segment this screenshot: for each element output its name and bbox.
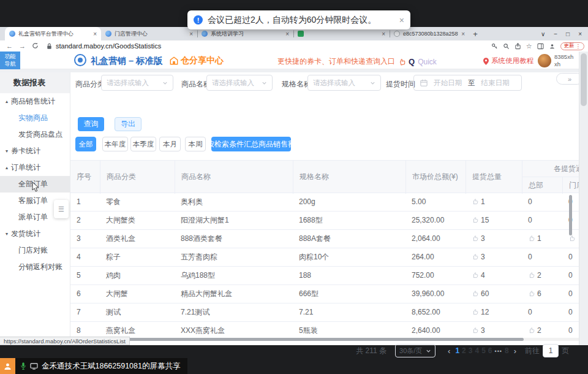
table-vertical-scrollbar[interactable] bbox=[569, 195, 572, 235]
date-to-label: 至 bbox=[468, 78, 475, 88]
toast-close-icon[interactable]: × bbox=[399, 15, 404, 25]
period-tab[interactable]: 本季度 bbox=[130, 137, 156, 151]
omnibox[interactable]: standard.maboy.cn/GoodsStatistics bbox=[46, 42, 161, 50]
table-cell[interactable]: 3 bbox=[466, 230, 522, 248]
spec-select[interactable]: 请选择或输入 bbox=[307, 75, 381, 91]
tab-close-icon[interactable]: × bbox=[93, 31, 97, 37]
share-center-link[interactable]: 仓分享中心 bbox=[170, 55, 224, 66]
sidebar-item-label: 发货商品盘点 bbox=[18, 129, 62, 140]
table-cell[interactable]: 6 bbox=[522, 285, 562, 303]
table-cell[interactable]: 1 bbox=[466, 193, 522, 212]
kebab-menu-icon[interactable]: ⋮ bbox=[576, 43, 581, 49]
zoom-icon[interactable] bbox=[503, 43, 510, 50]
tab-close-icon[interactable]: × bbox=[189, 31, 193, 37]
col-header-spec: 规格名称 bbox=[293, 161, 405, 194]
tab-title: 系统培训学习 bbox=[211, 30, 282, 38]
table-cell: 大闸蟹类 bbox=[100, 212, 175, 230]
period-tab[interactable]: 本年度 bbox=[102, 137, 128, 151]
share-icon[interactable] bbox=[514, 43, 521, 50]
page-scrollbar[interactable] bbox=[579, 52, 588, 345]
key-icon[interactable] bbox=[491, 43, 498, 50]
page-number[interactable]: 8 bbox=[505, 346, 509, 355]
sidebar: 数据报表 ▴商品销售统计实物商品发货商品盘点▾券卡统计▴订单统计全部订单客服订单… bbox=[0, 72, 70, 345]
page-number[interactable]: 5 bbox=[481, 346, 486, 355]
period-tab[interactable]: 本月 bbox=[159, 137, 181, 151]
sidebar-item-entry[interactable]: 分销返利对账 bbox=[0, 259, 70, 275]
category-select[interactable]: 请选择或输入 bbox=[101, 75, 173, 91]
sidebar-item-entry[interactable]: 门店对账 bbox=[0, 242, 70, 259]
bookmark-star-icon[interactable]: ☆ bbox=[526, 42, 532, 50]
export-button[interactable]: 导出 bbox=[115, 117, 141, 131]
sidebar-item-group[interactable]: ▾券卡统计 bbox=[0, 143, 70, 159]
period-tab[interactable]: 全部 bbox=[75, 137, 96, 151]
quick-entry[interactable]: 更快捷的券卡、订单和快递查询入口 Q Quick bbox=[277, 56, 437, 67]
sidebar-collapse-handle[interactable]: ☰ bbox=[54, 200, 69, 218]
page-number[interactable]: 2 bbox=[462, 346, 466, 355]
page-number[interactable]: 1 bbox=[455, 346, 459, 355]
name-select[interactable]: 请选择或输入 bbox=[206, 75, 273, 91]
table-cell[interactable]: 60 bbox=[466, 285, 522, 303]
side-panel-icon[interactable] bbox=[537, 43, 544, 50]
browser-tab[interactable]: 礼盒营销平台管理中心× bbox=[5, 27, 101, 40]
start-date-placeholder[interactable]: 开始日期 bbox=[434, 78, 462, 88]
period-tab[interactable]: 本周 bbox=[185, 137, 206, 151]
reload-button[interactable] bbox=[32, 42, 39, 50]
filter-label-category: 商品分类 bbox=[75, 79, 105, 90]
table-cell[interactable]: 3 bbox=[466, 322, 522, 337]
minimize-button[interactable]: − bbox=[554, 31, 557, 37]
next-page-button[interactable]: › bbox=[514, 346, 516, 356]
sidebar-item-label: 派单订单 bbox=[18, 212, 48, 223]
table-cell[interactable]: 1 bbox=[522, 230, 562, 248]
table-cell: 8 bbox=[70, 322, 100, 337]
table-cell: 五芳斋肉粽 bbox=[175, 248, 293, 267]
maximize-button[interactable]: □ bbox=[566, 31, 570, 37]
tab-close-icon[interactable]: × bbox=[382, 31, 385, 37]
close-window-button[interactable]: × bbox=[578, 31, 582, 37]
pickup-hand-icon bbox=[472, 235, 478, 242]
new-tab-button[interactable]: + bbox=[469, 27, 481, 40]
share-status-pill[interactable]: 金禾通技术王斌18662591081的屏幕共享 bbox=[15, 358, 187, 374]
function-nav-button[interactable]: 功能 导航 bbox=[0, 52, 20, 69]
forward-button[interactable]: → bbox=[19, 42, 26, 50]
prev-page-button[interactable]: ‹ bbox=[448, 346, 450, 356]
table-row: 7测试7.21测试7.218,652.001200 bbox=[70, 303, 579, 322]
table-cell: 0 bbox=[522, 248, 562, 267]
user-avatar[interactable] bbox=[538, 54, 551, 67]
table-cell[interactable]: 3 bbox=[466, 248, 522, 267]
goto-page-input[interactable] bbox=[543, 344, 559, 357]
sidebar-item-group[interactable]: ▾发货统计 bbox=[0, 226, 70, 242]
page-size-select[interactable]: 30条/页 bbox=[395, 344, 435, 357]
table-cell: 2,640.00 bbox=[405, 322, 466, 337]
profile-avatar-icon[interactable] bbox=[549, 43, 556, 50]
tab-close-icon[interactable]: × bbox=[461, 31, 465, 37]
table-cell[interactable]: 15 bbox=[466, 212, 522, 230]
table-cell: 鸡肉 bbox=[100, 267, 175, 285]
table-cell[interactable]: 2 bbox=[522, 267, 562, 285]
table-horizontal-scrollbar[interactable] bbox=[70, 338, 579, 341]
table-cell[interactable]: 4 bbox=[466, 267, 522, 285]
back-button[interactable]: ← bbox=[6, 42, 13, 50]
sidebar-item-entry[interactable]: 发货商品盘点 bbox=[0, 126, 70, 143]
page-number[interactable]: 4 bbox=[475, 346, 479, 355]
table-row: 4粽子五芳斋肉粽肉粽10个264.00300 bbox=[70, 248, 579, 267]
browser-tab[interactable]: 门店管理中心× bbox=[101, 27, 197, 40]
page-ellipsis[interactable]: ••• bbox=[495, 348, 502, 354]
date-range-picker[interactable]: 开始日期 至 结束日期 bbox=[413, 75, 522, 91]
table-cell[interactable]: 12 bbox=[466, 303, 522, 322]
window-controls: ∨ − □ × bbox=[541, 27, 586, 40]
end-date-placeholder[interactable]: 结束日期 bbox=[481, 78, 510, 88]
tab-close-icon[interactable]: × bbox=[285, 31, 289, 37]
tutorial-link[interactable]: 系统使用教程 bbox=[483, 56, 533, 66]
status-link: https://standard.maboy.cn/AllOrderStatis… bbox=[0, 337, 130, 345]
chrome-update-button[interactable]: 更新⋮ bbox=[560, 42, 585, 50]
sidebar-item-group[interactable]: ▴商品销售统计 bbox=[0, 93, 70, 110]
profile-chevron-icon[interactable]: ∨ bbox=[541, 31, 545, 37]
query-button[interactable]: 查询 bbox=[78, 117, 104, 131]
page-number[interactable]: 6 bbox=[488, 346, 492, 355]
sidebar-item-group[interactable]: ▴订单统计 bbox=[0, 159, 70, 176]
table-cell[interactable]: 2 bbox=[522, 322, 562, 337]
sidebar-item-entry[interactable]: 实物商品 bbox=[0, 110, 70, 126]
summary-button[interactable]: 按检索条件汇总商品销售额 bbox=[211, 137, 291, 151]
presenter-icon[interactable] bbox=[0, 358, 15, 374]
page-number[interactable]: 3 bbox=[469, 346, 473, 355]
